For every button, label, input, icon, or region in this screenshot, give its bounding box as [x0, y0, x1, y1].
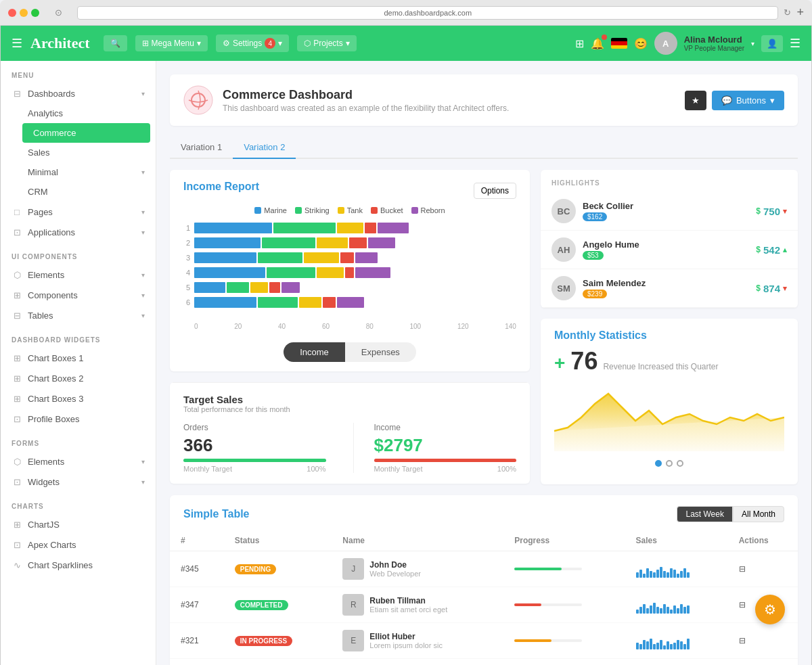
page-header-text: Commerce Dashboard This dashboard was cr… — [223, 88, 509, 113]
sidebar: MENU ⊟ Dashboards ▾ Analytics Commerce S… — [1, 61, 156, 665]
sidebar-item-pages[interactable]: □ Pages ▾ — [1, 202, 156, 222]
svg-rect-27 — [667, 607, 669, 614]
sidebar-item-sales[interactable]: Sales — [17, 143, 156, 162]
carousel-dot-0[interactable] — [655, 460, 662, 467]
gear-fab[interactable]: ⚙ — [755, 595, 785, 624]
new-tab-button[interactable]: + — [796, 5, 804, 20]
svg-rect-41 — [660, 640, 662, 649]
user-avatar[interactable]: A — [654, 32, 677, 55]
sidebar-item-chart-sparklines[interactable]: ∿ Chart Sparklines — [1, 555, 156, 575]
cell-actions[interactable]: ⊟ — [728, 623, 798, 659]
svg-rect-3 — [639, 570, 642, 578]
page-title: Commerce Dashboard — [223, 88, 509, 102]
sidebar-item-chart-boxes-1[interactable]: ⊞ Chart Boxes 1 — [1, 348, 156, 368]
table-row: #345 PENDING J John Doe Web Developer — [170, 551, 798, 587]
highlight-item-0: BC Beck Collier $162 $ 750 ▾ — [541, 192, 798, 231]
sidebar-item-commerce[interactable]: Commerce — [22, 123, 150, 143]
grid-view-icon[interactable]: ⊞ — [575, 37, 584, 50]
bar-axis: 020406080100120140 — [170, 320, 530, 336]
expand-chevron: ▾ — [141, 292, 145, 299]
carousel-dot-2[interactable] — [677, 460, 683, 467]
bar-row: 5 — [183, 282, 516, 293]
svg-rect-18 — [636, 610, 639, 614]
star-button[interactable]: ★ — [685, 91, 706, 110]
chevron-down-icon: ▾ — [278, 39, 282, 48]
sidebar-item-tables[interactable]: ⊟ Tables ▾ — [1, 305, 156, 325]
user-menu-chevron[interactable]: ▾ — [751, 40, 754, 47]
sidebar-item-profile-boxes[interactable]: ⊡ Profile Boxes — [1, 409, 156, 429]
sidebar-item-chart-boxes-3[interactable]: ⊞ Chart Boxes 3 — [1, 388, 156, 409]
chat-icon: 💬 — [721, 95, 732, 106]
svg-rect-49 — [687, 639, 690, 649]
svg-rect-45 — [673, 643, 676, 649]
options-button[interactable]: Options — [474, 183, 516, 199]
sidebar-item-forms-widgets[interactable]: ⊡ Widgets ▾ — [1, 472, 156, 492]
svg-rect-19 — [639, 607, 642, 614]
menu-section-title: MENU — [1, 61, 156, 83]
sidebar-item-elements[interactable]: ⬡ Elements ▾ — [1, 265, 156, 285]
address-bar[interactable]: demo.dashboardpack.com — [77, 6, 778, 20]
notifications-icon[interactable]: 🔔 — [591, 37, 604, 50]
highlights-title: HIGHLIGHTS — [541, 170, 798, 192]
cell-progress — [503, 551, 625, 587]
highlight-amount-1: $ 542 ▴ — [756, 244, 787, 256]
sidebar-item-crm[interactable]: CRM — [17, 182, 156, 202]
sidebar-item-apex-charts[interactable]: ⊡ Apex Charts — [1, 534, 156, 555]
settings-icon: ⚙ — [223, 39, 230, 48]
apex-charts-icon: ⊡ — [12, 539, 22, 550]
table-row: #347 COMPLETED R Ruben Tillman Etiam sit… — [170, 587, 798, 623]
svg-rect-33 — [687, 605, 690, 614]
cell-actions[interactable]: ⊟ — [728, 551, 798, 587]
svg-rect-21 — [646, 608, 649, 614]
cell-name: E Elliot Huber Lorem ipsum dolor sic — [332, 623, 503, 659]
highlight-avatar-2: SM — [551, 276, 576, 300]
sidebar-item-applications[interactable]: ⊡ Applications ▾ — [1, 222, 156, 242]
filter-all-month[interactable]: All Month — [733, 506, 784, 522]
sidebar-item-forms-elements[interactable]: ⬡ Elements ▾ — [1, 451, 156, 472]
person-avatar: J — [342, 558, 364, 580]
hamburger-icon[interactable]: ☰ — [12, 36, 22, 51]
expenses-toggle[interactable]: Expenses — [345, 342, 416, 362]
svg-rect-36 — [643, 640, 646, 649]
buttons-dropdown[interactable]: 💬 Buttons ▾ — [712, 91, 784, 110]
profile-icon: ⊡ — [12, 413, 22, 424]
svg-rect-15 — [680, 571, 683, 578]
chevron-down-icon: ▾ — [770, 95, 775, 106]
components-icon: ⊞ — [12, 290, 22, 300]
cell-sales — [625, 623, 728, 659]
mega-menu-button[interactable]: ⊞ Mega Menu ▾ — [135, 35, 208, 51]
tab-variation1[interactable]: Variation 1 — [170, 137, 233, 159]
settings-button[interactable]: ⚙ Settings 4 ▾ — [216, 35, 289, 52]
sidebar-item-minimal[interactable]: Minimal ▾ — [17, 162, 156, 182]
cell-actions[interactable]: ⊟ — [728, 659, 798, 666]
income-toggle[interactable]: Income — [284, 342, 345, 362]
page-header-icon — [183, 85, 213, 115]
sidebar-item-dashboards[interactable]: ⊟ Dashboards ▾ — [1, 83, 156, 104]
user-action-button[interactable]: 👤 — [761, 35, 783, 52]
expand-chevron: ▾ — [141, 478, 145, 486]
nav-menu-icon[interactable]: ☰ — [790, 36, 800, 51]
highlight-avatar-0: BC — [551, 199, 576, 223]
table-header-row: # Status Name Progress Sales Actions — [170, 530, 798, 551]
cell-id: #321 — [170, 623, 224, 659]
arrow-up-icon: ▴ — [783, 246, 787, 254]
svg-rect-32 — [683, 607, 686, 614]
projects-button[interactable]: ⬡ Projects ▾ — [297, 35, 356, 51]
charts-section-title: CHARTS — [1, 492, 156, 514]
svg-rect-4 — [643, 574, 646, 578]
smile-icon[interactable]: 😊 — [634, 37, 648, 50]
sidebar-item-components[interactable]: ⊞ Components ▾ — [1, 285, 156, 305]
forms-section-title: FORMS — [1, 429, 156, 451]
sidebar-item-analytics[interactable]: Analytics — [17, 104, 156, 123]
carousel-dot-1[interactable] — [666, 460, 673, 467]
table-row: #321 IN PROGRESS E Elliot Huber Lorem ip… — [170, 623, 798, 659]
highlight-badge-2: $239 — [583, 290, 607, 298]
sidebar-item-chart-boxes-2[interactable]: ⊞ Chart Boxes 2 — [1, 368, 156, 388]
expand-chevron: ▾ — [141, 168, 145, 176]
sidebar-item-chartjs[interactable]: ⊞ ChartJS — [1, 514, 156, 534]
cell-progress — [503, 623, 625, 659]
language-flag[interactable] — [611, 38, 627, 49]
filter-last-week[interactable]: Last Week — [677, 506, 732, 522]
bar-row: 1 — [183, 223, 516, 233]
tab-variation2[interactable]: Variation 2 — [233, 137, 296, 159]
